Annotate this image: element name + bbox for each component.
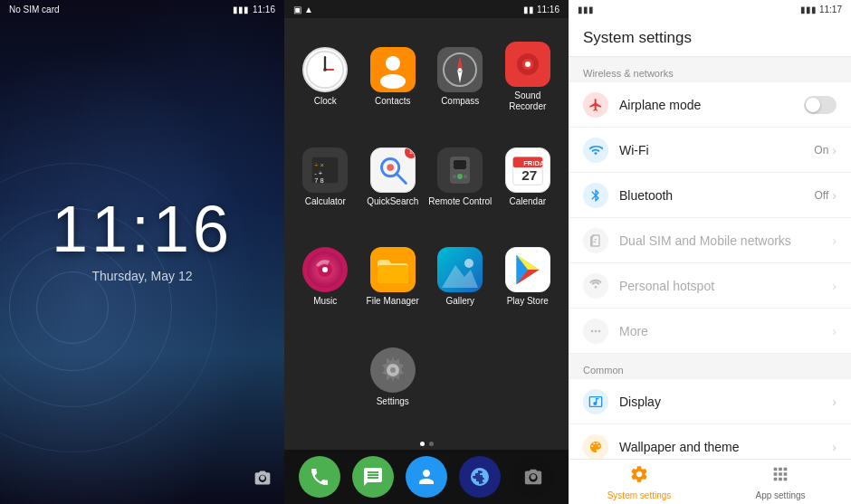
apps-status-right: ▮▮ 11:16: [523, 5, 559, 14]
app-calendar[interactable]: FRIDAY 27 Calendar: [494, 128, 562, 228]
app-settings-icon: [770, 464, 790, 489]
settings-time: 11:17: [819, 5, 842, 14]
app-sound-recorder-label: Sound Recorder: [496, 90, 560, 112]
lock-status-bar: No SIM card ▮▮▮ 11:16: [0, 0, 284, 18]
airplane-mode-toggle[interactable]: [804, 96, 837, 114]
app-clock[interactable]: Clock: [292, 27, 359, 128]
wifi-value: On: [814, 144, 828, 157]
dock-camera[interactable]: [512, 456, 554, 498]
svg-point-41: [390, 367, 396, 373]
wallpaper-icon: [583, 434, 608, 460]
svg-line-18: [397, 174, 406, 184]
bluetooth-label: Bluetooth: [619, 188, 815, 203]
lock-status-battery: ▮▮▮: [233, 5, 249, 14]
app-drawer: ▣ ▲ ▮▮ 11:16 Clock: [284, 0, 569, 504]
lock-time-status: ▮▮▮ 11:16: [233, 5, 275, 14]
apps-status-bar: ▣ ▲ ▮▮ 11:16: [284, 0, 569, 18]
more-icon: [583, 319, 608, 344]
lock-status-time: 11:16: [253, 5, 275, 14]
app-sound-recorder[interactable]: Sound Recorder: [494, 27, 562, 128]
display-label: Display: [619, 395, 832, 409]
app-contacts-label: Contacts: [375, 96, 410, 107]
app-quicksearch[interactable]: 1 QuickSearch: [359, 128, 427, 228]
dock-phone[interactable]: [299, 456, 340, 498]
section-label-common: Common: [569, 354, 851, 379]
dock-browser[interactable]: [459, 456, 501, 498]
app-music[interactable]: Music: [292, 227, 359, 328]
dual-sim-icon: [583, 228, 608, 253]
app-compass-label: Compass: [441, 96, 479, 107]
nav-app-settings[interactable]: App settings: [710, 460, 851, 504]
app-remote-control[interactable]: Remote Control: [426, 128, 494, 228]
app-settings-nav-label: App settings: [755, 490, 805, 500]
settings-content: Wireless & networks Airplane mode Wi-Fi …: [569, 57, 851, 459]
dual-sim-label: Dual SIM and Mobile networks: [619, 233, 832, 248]
svg-point-34: [464, 259, 473, 268]
apps-time: 11:16: [537, 5, 559, 14]
settings-status-bar: ▮▮▮ ▮▮▮ 11:17: [569, 0, 851, 18]
svg-text:7 8: 7 8: [314, 176, 324, 185]
app-file-manager[interactable]: File Manager: [359, 227, 427, 328]
nav-system-settings[interactable]: System settings: [569, 460, 710, 504]
svg-point-12: [525, 62, 531, 67]
no-sim-label: No SIM card: [9, 5, 60, 14]
settings-bottom-nav: System settings App settings: [569, 459, 851, 504]
app-quicksearch-label: QuickSearch: [367, 196, 418, 207]
dual-sim-chevron: ›: [832, 233, 837, 248]
settings-status-right: ▮▮▮ 11:17: [800, 5, 842, 14]
app-play-store[interactable]: Play Store: [494, 227, 562, 328]
apps-status-left: ▣ ▲: [293, 5, 313, 14]
settings-battery-icon: ▮▮▮: [800, 5, 817, 14]
app-compass[interactable]: Compass: [426, 27, 494, 128]
app-settings[interactable]: Settings: [359, 328, 427, 428]
app-gallery-label: Gallery: [445, 296, 474, 307]
svg-marker-7: [457, 56, 463, 70]
hotspot-label: Personal hotspot: [619, 279, 832, 293]
settings-dual-sim[interactable]: Dual SIM and Mobile networks ›: [569, 218, 851, 263]
bluetooth-icon: [583, 183, 608, 208]
camera-icon[interactable]: [253, 469, 272, 491]
settings-header: System settings: [569, 18, 851, 57]
settings-wifi[interactable]: Wi-Fi On ›: [569, 128, 851, 173]
screen-record-icon: ▣: [293, 5, 301, 14]
more-label: More: [619, 324, 832, 338]
settings-more[interactable]: More ›: [569, 309, 851, 354]
system-settings-nav-label: System settings: [607, 490, 672, 500]
settings-status-left: ▮▮▮: [578, 5, 594, 14]
svg-text:27: 27: [521, 166, 537, 182]
wifi-status-icon: ▲: [304, 5, 313, 14]
settings-bluetooth[interactable]: Bluetooth Off ›: [569, 173, 851, 218]
no-sim-text: No SIM card: [9, 5, 60, 14]
settings-hotspot[interactable]: Personal hotspot ›: [569, 263, 851, 309]
settings-title: System settings: [583, 29, 837, 47]
settings-panel: ▮▮▮ ▮▮▮ 11:17 System settings Wireless &…: [569, 0, 851, 504]
svg-point-4: [386, 56, 400, 71]
settings-airplane-mode[interactable]: Airplane mode: [569, 82, 851, 128]
airplane-mode-icon: [583, 92, 608, 118]
dock-messages[interactable]: [352, 456, 394, 498]
settings-display[interactable]: Display ›: [569, 379, 851, 424]
dock-contacts[interactable]: [406, 456, 447, 498]
svg-rect-32: [378, 265, 408, 283]
svg-point-31: [322, 267, 328, 272]
lock-screen: No SIM card ▮▮▮ 11:16 11:16 Thursday, Ma…: [0, 0, 284, 504]
display-icon: [583, 389, 608, 414]
app-contacts[interactable]: Contacts: [359, 27, 427, 128]
dot-2: [429, 442, 434, 446]
svg-point-22: [457, 174, 463, 179]
wifi-icon: [583, 138, 608, 163]
wallpaper-label: Wallpaper and theme: [619, 440, 832, 454]
app-calculator-label: Calculator: [305, 196, 346, 207]
app-settings-label: Settings: [377, 396, 409, 407]
system-settings-icon: [629, 464, 649, 489]
app-file-manager-label: File Manager: [367, 296, 419, 307]
app-calculator[interactable]: ÷ × - + 7 8 Calculator: [292, 128, 359, 228]
svg-point-24: [464, 175, 467, 178]
settings-wallpaper[interactable]: Wallpaper and theme ›: [569, 424, 851, 459]
settings-signal-icon: ▮▮▮: [578, 5, 594, 14]
app-remote-control-label: Remote Control: [428, 196, 492, 207]
clock-time: 11:16: [52, 195, 233, 261]
app-gallery[interactable]: Gallery: [426, 227, 494, 328]
apps-grid: Clock Contacts Compass: [284, 18, 569, 436]
more-chevron: ›: [832, 324, 837, 338]
